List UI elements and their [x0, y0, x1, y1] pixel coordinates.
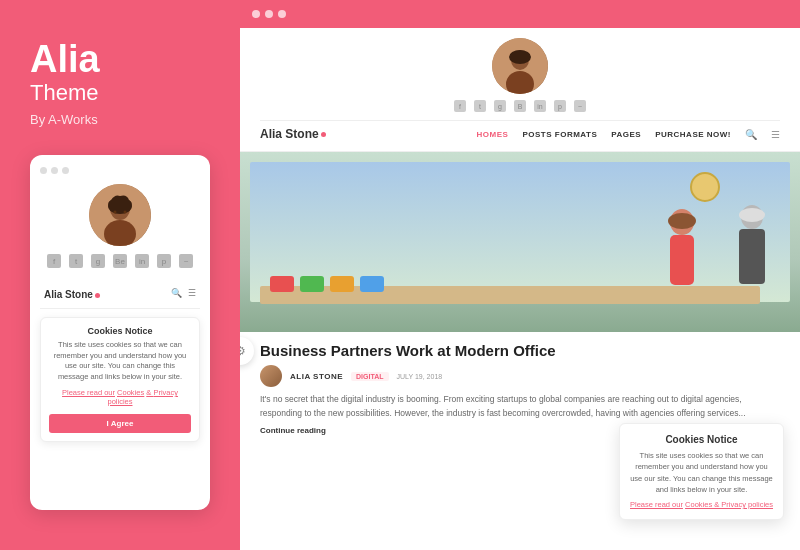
- desktop-icon-soundcloud[interactable]: ~: [574, 100, 586, 112]
- site-header: f t g B in p ~ Alia Stone HOMES POSTS FO…: [240, 28, 800, 152]
- mobile-cookies-text: This site uses cookies so that we can re…: [49, 340, 191, 382]
- svg-point-4: [114, 211, 117, 214]
- mobile-cookies-notice: Cookies Notice This site uses cookies so…: [40, 317, 200, 442]
- clock-prop: [690, 172, 720, 202]
- article-author-name: ALIA STONE: [290, 372, 343, 381]
- site-title-dot: [321, 132, 326, 137]
- right-panel: f t g B in p ~ Alia Stone HOMES POSTS FO…: [240, 0, 800, 550]
- mobile-icon-pinterest: p: [157, 254, 171, 268]
- article-author-avatar: [260, 365, 282, 387]
- nav-link-pages[interactable]: PAGES: [611, 130, 641, 139]
- mobile-icon-facebook: f: [47, 254, 61, 268]
- site-nav-links: HOMES POSTS FORMATS PAGES PURCHASE NOW! …: [477, 129, 780, 140]
- nav-search-icon[interactable]: 🔍: [745, 129, 757, 140]
- svg-rect-14: [739, 229, 765, 284]
- mobile-browser-dots: [40, 167, 200, 174]
- mobile-icon-instagram: in: [135, 254, 149, 268]
- site-title-text: Alia Stone: [260, 127, 319, 141]
- desktop-cookies-link: Please read our Cookies & Privacy polici…: [630, 500, 773, 509]
- mobile-site-title: Alia Stone: [44, 289, 93, 300]
- mobile-cookies-link1[interactable]: Cookies: [117, 388, 144, 397]
- mobile-nav-dot: [95, 293, 100, 298]
- svg-point-12: [668, 213, 696, 229]
- pillow-orange: [330, 276, 354, 292]
- article-title: Business Partners Work at Modern Office: [260, 342, 780, 359]
- article-category: DIGITAL: [351, 372, 388, 381]
- pillow-blue: [360, 276, 384, 292]
- desktop-cookies-title: Cookies Notice: [630, 434, 773, 445]
- desktop-browser-dots: [252, 10, 286, 18]
- pillow-green: [300, 276, 324, 292]
- desktop-icon-instagram[interactable]: in: [534, 100, 546, 112]
- mobile-nav-title: Alia Stone: [44, 284, 100, 302]
- mobile-dot-2: [51, 167, 58, 174]
- mobile-dot-1: [40, 167, 47, 174]
- desktop-cookies-privacy-link[interactable]: Cookies & Privacy policies: [685, 500, 773, 509]
- mobile-avatar: [89, 184, 151, 246]
- desktop-cookies-text: This site uses cookies so that we can re…: [630, 450, 773, 495]
- desktop-dot-2: [265, 10, 273, 18]
- desktop-icon-google[interactable]: g: [494, 100, 506, 112]
- mobile-icon-twitter: t: [69, 254, 83, 268]
- mobile-icon-google: g: [91, 254, 105, 268]
- article-excerpt: It's no secret that the digital industry…: [260, 393, 780, 420]
- nav-link-homes[interactable]: HOMES: [477, 130, 509, 139]
- desktop-icon-behance[interactable]: B: [514, 100, 526, 112]
- nav-menu-icon[interactable]: ☰: [771, 129, 780, 140]
- desktop-dot-3: [278, 10, 286, 18]
- brand-name: Alia: [30, 40, 210, 78]
- desktop-icon-pinterest[interactable]: p: [554, 100, 566, 112]
- mobile-icon-behance: Be: [113, 254, 127, 268]
- article-date: JULY 19, 2018: [397, 373, 443, 380]
- mobile-cookies-link-prefix: Please read our: [62, 388, 115, 397]
- article-meta: ALIA STONE DIGITAL JULY 19, 2018: [260, 365, 780, 387]
- mobile-nav-icons: 🔍 ☰: [171, 288, 196, 298]
- mobile-cookies-title: Cookies Notice: [49, 326, 191, 336]
- left-panel: Alia Theme By A-Works f: [0, 0, 240, 550]
- pillow-red: [270, 276, 294, 292]
- by-line: By A-Works: [30, 112, 210, 127]
- svg-point-9: [509, 50, 531, 64]
- mobile-agree-button[interactable]: I Agree: [49, 414, 191, 433]
- desktop-browser-bar: [240, 0, 800, 28]
- pillow-row: [270, 276, 384, 292]
- mobile-cookies-link: Please read our Cookies & Privacy polici…: [49, 388, 191, 406]
- desktop-avatar: [492, 38, 548, 94]
- nav-link-purchase[interactable]: PURCHASE NOW!: [655, 130, 731, 139]
- desktop-social-row: f t g B in p ~: [454, 100, 586, 112]
- brand-sub: Theme: [30, 80, 210, 106]
- svg-point-15: [739, 208, 765, 222]
- mobile-icon-soundcloud: ~: [179, 254, 193, 268]
- desktop-cookies-notice: Cookies Notice This site uses cookies so…: [619, 423, 784, 520]
- site-nav: Alia Stone HOMES POSTS FORMATS PAGES PUR…: [260, 120, 780, 141]
- office-scene: [240, 152, 800, 332]
- desktop-cookies-link-prefix: Please read our: [630, 500, 683, 509]
- mobile-social-icons: f t g Be in p ~: [40, 254, 200, 268]
- desktop-icon-facebook[interactable]: f: [454, 100, 466, 112]
- mobile-menu-icon[interactable]: ☰: [188, 288, 196, 298]
- nav-link-posts-formats[interactable]: POSTS FORMATS: [522, 130, 597, 139]
- svg-point-5: [124, 211, 127, 214]
- mobile-search-icon[interactable]: 🔍: [171, 288, 182, 298]
- hero-image: [240, 152, 800, 332]
- mobile-avatar-wrap: [40, 184, 200, 246]
- desktop-dot-1: [252, 10, 260, 18]
- mobile-mockup: f t g Be in p ~ Alia Stone 🔍 ☰ Cookies N…: [30, 155, 210, 510]
- mobile-nav: Alia Stone 🔍 ☰: [40, 278, 200, 309]
- mobile-dot-3: [62, 167, 69, 174]
- svg-rect-11: [670, 235, 694, 285]
- desktop-icon-twitter[interactable]: t: [474, 100, 486, 112]
- site-title: Alia Stone: [260, 127, 326, 141]
